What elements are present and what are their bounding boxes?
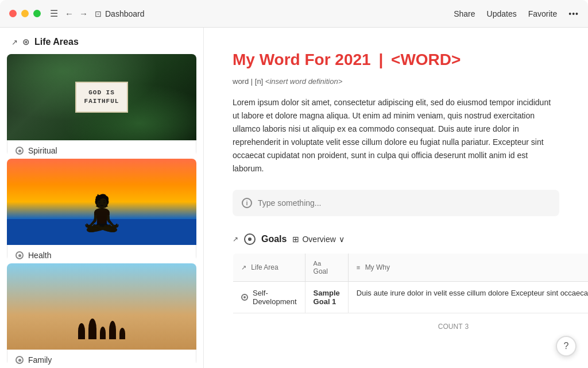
count-value: 3: [465, 323, 469, 331]
family-figures-icon: [78, 319, 125, 339]
family-label-text: Family: [28, 355, 52, 365]
share-button[interactable]: Share: [454, 9, 475, 18]
favorite-button[interactable]: Favorite: [528, 9, 558, 18]
spiritual-label: Spiritual: [7, 140, 196, 156]
arrow-up-right-icon: ↗: [11, 38, 18, 47]
comment-input[interactable]: [258, 198, 550, 208]
spiritual-image: GOD IS FAITHFUL: [7, 54, 196, 140]
count-label: COUNT: [438, 323, 463, 331]
overview-label: Overview: [302, 235, 335, 244]
spiritual-radio-icon: [16, 147, 24, 155]
col-life-area-label: Life Area: [251, 263, 278, 271]
health-label-text: Health: [28, 251, 51, 260]
col-text-icon: Aa: [314, 260, 321, 267]
life-area-value: Self-Development: [241, 289, 297, 306]
updates-button[interactable]: Updates: [487, 9, 517, 18]
count-bar: COUNT 3: [241, 320, 588, 333]
overview-button[interactable]: ⊞ Overview ∨: [292, 235, 344, 244]
word-definition: word | [n] <insert word definition>: [233, 77, 559, 86]
sidebar: ↗ ⊛ Life Areas GOD IS FAITHFUL Spiritual: [0, 28, 204, 368]
health-image: 🧘: [7, 159, 196, 245]
forward-button[interactable]: →: [79, 9, 88, 18]
title-separator: |: [378, 51, 388, 68]
count-row: COUNT 3: [233, 313, 589, 340]
col-life-area: ↗ Life Area: [233, 253, 305, 281]
sign-text-line2: FAITHFUL: [84, 97, 119, 106]
cell-goal: Sample Goal 1: [305, 281, 348, 313]
sidebar-item-spiritual[interactable]: GOD IS FAITHFUL Spiritual: [7, 54, 196, 156]
app-title: Dashboard: [105, 9, 145, 18]
chevron-down-icon: ∨: [339, 235, 345, 244]
word-placeholder: <WORD>: [391, 51, 461, 68]
life-area-text: Self-Development: [253, 289, 297, 306]
goal-text: Sample Goal 1: [314, 289, 340, 306]
layers-icon: ⊛: [22, 37, 30, 47]
family-radio-icon: [16, 356, 24, 364]
col-goal-label: Goal: [314, 267, 328, 275]
table-header-row: ↗ Life Area Aa Goal ≡ My Why: [233, 253, 589, 281]
word-meta: word | [n]: [233, 77, 263, 86]
family-label: Family: [7, 350, 196, 366]
col-goal: Aa Goal: [305, 253, 348, 281]
dashboard-icon: ⊡: [95, 9, 102, 18]
goals-header: ↗ Goals ⊞ Overview ∨: [233, 233, 559, 245]
back-button[interactable]: ←: [65, 9, 74, 18]
family-image: [7, 263, 196, 350]
health-radio-icon: [16, 251, 24, 259]
goals-table: ↗ Life Area Aa Goal ≡ My Why: [233, 253, 588, 340]
yoga-figure-icon: 🧘: [80, 193, 123, 233]
col-link-icon: ↗: [241, 264, 246, 271]
close-button[interactable]: [9, 10, 17, 17]
nav-buttons: ← →: [65, 9, 88, 18]
table-icon: ⊞: [292, 235, 299, 244]
sidebar-items-list: GOD IS FAITHFUL Spiritual 🧘 Health: [0, 54, 203, 368]
minimize-button[interactable]: [21, 10, 29, 17]
more-button[interactable]: •••: [568, 9, 579, 18]
content-area: My Word For 2021 | <WORD> word | [n] <in…: [204, 28, 588, 368]
col-my-why-label: My Why: [365, 263, 390, 271]
hamburger-icon[interactable]: ☰: [50, 8, 58, 19]
titlebar-actions: Share Updates Favorite •••: [454, 9, 579, 18]
my-why-text: Duis aute irure dolor in velit esse cill…: [357, 289, 588, 297]
help-button[interactable]: ?: [556, 336, 577, 356]
cell-my-why: Duis aute irure dolor in velit esse cill…: [348, 281, 588, 313]
cell-radio-icon: [241, 294, 248, 301]
comment-box[interactable]: i: [233, 190, 559, 216]
table-row: Self-Development Sample Goal 1 Duis aute…: [233, 281, 589, 313]
sign-board: GOD IS FAITHFUL: [75, 82, 129, 113]
maximize-button[interactable]: [33, 10, 41, 17]
sidebar-item-health[interactable]: 🧘 Health: [7, 159, 196, 261]
sidebar-header: ↗ ⊛ Life Areas: [0, 28, 203, 54]
page-title: My Word For 2021 | <WORD>: [233, 51, 559, 69]
goals-circle-icon: [244, 233, 256, 245]
col-my-why: ≡ My Why: [348, 253, 588, 281]
health-label: Health: [7, 245, 196, 261]
cell-life-area: Self-Development: [233, 281, 305, 313]
page-title-text: My Word For 2021: [233, 51, 371, 68]
sidebar-title: Life Areas: [34, 37, 79, 47]
sign-text-line1: GOD IS: [84, 89, 119, 97]
sidebar-item-family[interactable]: Family: [7, 263, 196, 366]
count-cell: COUNT 3: [233, 313, 589, 340]
goals-link-icon: ↗: [233, 235, 238, 243]
window-controls: [9, 10, 41, 17]
info-icon: i: [242, 198, 252, 208]
word-def-insert: <insert word definition>: [265, 77, 342, 86]
col-list-icon: ≡: [357, 264, 360, 271]
goals-title: Goals: [261, 234, 287, 244]
titlebar: ☰ ← → ⊡ Dashboard Share Updates Favorite…: [0, 0, 588, 28]
lorem-text: Lorem ipsum dolor sit amet, consectetur …: [233, 96, 559, 176]
spiritual-label-text: Spiritual: [28, 146, 57, 155]
main-layout: ↗ ⊛ Life Areas GOD IS FAITHFUL Spiritual: [0, 28, 588, 368]
